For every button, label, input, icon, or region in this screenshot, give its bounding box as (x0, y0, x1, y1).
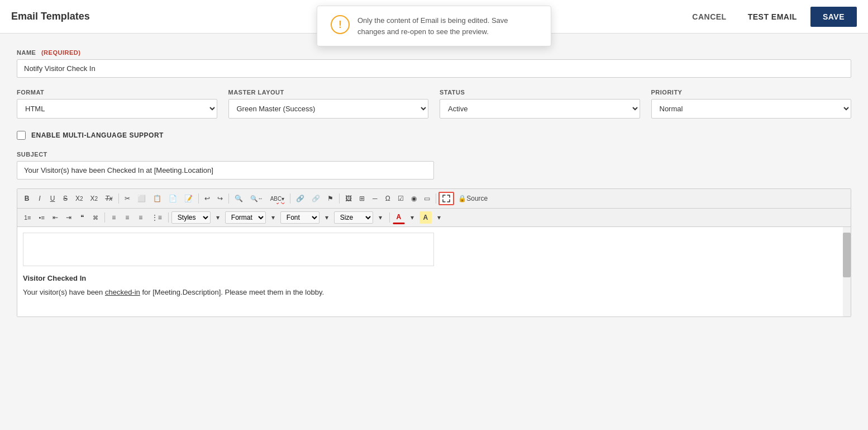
editor-body: Visitor Checked In Your visitor(s) have … (17, 227, 851, 316)
clear-format-button[interactable]: Tx (102, 192, 116, 205)
multilang-checkbox[interactable] (17, 131, 26, 140)
notification-banner: ! Only the content of Email is being edi… (317, 6, 551, 46)
master-layout-label: MASTER LAYOUT (228, 89, 429, 96)
font-arrow[interactable]: ▾ (321, 211, 333, 224)
editor-content[interactable]: Visitor Checked In Your visitor(s) have … (23, 273, 845, 299)
toolbar-divider-r2-1 (104, 212, 105, 223)
italic-button[interactable]: I (34, 192, 46, 205)
special-chars-button[interactable]: ⌘ (89, 212, 102, 223)
copy-button[interactable]: ⬜ (134, 192, 149, 205)
bold-button[interactable]: B (21, 192, 33, 205)
status-select[interactable]: Active Inactive (440, 99, 640, 119)
priority-select[interactable]: Normal High Low (651, 99, 852, 119)
save-button[interactable]: SAVE (810, 7, 857, 27)
priority-group: PRIORITY Normal High Low (651, 89, 852, 119)
paste-button[interactable]: 📋 (150, 192, 165, 205)
toolbar-divider-2 (198, 193, 199, 204)
font-color-arrow[interactable]: ▾ (406, 211, 418, 224)
table-button[interactable]: ⊞ (356, 192, 368, 205)
warning-icon: ! (331, 15, 350, 34)
master-layout-group: MASTER LAYOUT Green Master (Success) Blu… (228, 89, 429, 119)
toolbar-divider-1 (118, 193, 119, 204)
toolbar-divider-4 (290, 193, 290, 204)
hr-button[interactable]: ─ (369, 192, 381, 205)
status-group: STATUS Active Inactive (440, 89, 640, 119)
source-button[interactable]: 🔒 Source (455, 192, 491, 205)
name-label: NAME (Required) (17, 49, 851, 56)
format-select-toolbar[interactable]: Format (225, 211, 266, 224)
blockquote-button[interactable]: ❝ (76, 211, 88, 224)
image-button[interactable]: 🖼 (342, 192, 355, 205)
size-arrow[interactable]: ▾ (374, 211, 387, 224)
anchor-button[interactable]: ⚑ (324, 192, 337, 205)
unordered-list-button[interactable]: •≡ (36, 212, 48, 223)
superscript-button[interactable]: X2 (87, 192, 102, 205)
ordered-list-button[interactable]: 1≡ (21, 212, 35, 223)
editor-body-text: Your visitor(s) have been checked-in for… (23, 287, 845, 299)
header: Email Templates ! Only the content of Em… (0, 0, 868, 34)
find-button[interactable]: 🔍 (231, 192, 246, 205)
source-label: Source (466, 195, 488, 202)
multilang-row: ENABLE MULTI-LANGUAGE SUPPORT (17, 131, 851, 140)
checkbox-button[interactable]: ☑ (394, 192, 407, 205)
editor-heading: Visitor Checked In (23, 273, 845, 285)
checked-in-link: checked-in (105, 288, 140, 296)
toolbar-divider-r2-2 (168, 212, 169, 223)
bg-color-button[interactable]: A (419, 211, 432, 224)
justify-button[interactable]: ⋮≡ (148, 211, 165, 224)
styles-select[interactable]: Styles (171, 211, 211, 224)
format-arrow[interactable]: ▾ (267, 211, 279, 224)
priority-label: PRIORITY (651, 89, 852, 96)
link-button[interactable]: 🔗 (293, 192, 308, 205)
name-input[interactable] (17, 59, 851, 78)
page-title: Email Templates (11, 11, 90, 22)
editor-toolbar-row1: B I U S X2 X2 Tx ✂ ⬜ 📋 📄 📝 ↩ ↪ 🔍 🔍↔ ABC▾… (17, 189, 851, 209)
paste-word-button[interactable]: 📝 (181, 192, 196, 205)
radio-button[interactable]: ◉ (408, 192, 420, 205)
undo-button[interactable]: ↩ (201, 192, 213, 205)
font-select[interactable]: Font (280, 211, 319, 224)
redo-button[interactable]: ↪ (214, 192, 226, 205)
toolbar-divider-3 (228, 193, 229, 204)
cancel-button[interactable]: CANCEL (684, 8, 734, 26)
fullscreen-button[interactable] (438, 192, 454, 205)
editor-inner-frame (23, 233, 434, 266)
fullscreen-icon (442, 195, 450, 202)
required-indicator: (Required) (41, 49, 80, 56)
spellcheck-button[interactable]: ABC▾ (267, 193, 288, 204)
multilang-label: ENABLE MULTI-LANGUAGE SUPPORT (31, 131, 164, 139)
master-layout-select[interactable]: Green Master (Success) Blue Master Red M… (228, 99, 429, 119)
scrollbar-track[interactable] (843, 227, 851, 316)
toolbar-divider-r2-3 (389, 212, 390, 223)
iframe-button[interactable]: ▭ (421, 192, 433, 205)
test-email-button[interactable]: TEST EMAIL (740, 8, 805, 26)
rich-text-editor: B I U S X2 X2 Tx ✂ ⬜ 📋 📄 📝 ↩ ↪ 🔍 🔍↔ ABC▾… (17, 188, 851, 317)
form-row-4: FORMAT HTML Text MASTER LAYOUT Green Mas… (17, 89, 851, 119)
underline-button[interactable]: U (46, 192, 59, 205)
notification-message: Only the content of Email is being edite… (357, 15, 537, 37)
scrollbar-thumb[interactable] (843, 233, 851, 277)
bg-color-arrow[interactable]: ▾ (433, 211, 445, 224)
indent-button[interactable]: ⇥ (63, 211, 75, 224)
align-center-button[interactable]: ≡ (121, 211, 133, 224)
align-left-button[interactable]: ≡ (108, 211, 120, 224)
format-group: FORMAT HTML Text (17, 89, 217, 119)
name-field-row: NAME (Required) (17, 49, 851, 78)
paste-plain-button[interactable]: 📄 (165, 192, 180, 205)
symbol-button[interactable]: Ω (381, 192, 394, 205)
align-right-button[interactable]: ≡ (135, 211, 147, 224)
editor-toolbar-row2: 1≡ •≡ ⇤ ⇥ ❝ ⌘ ≡ ≡ ≡ ⋮≡ Styles ▾ Format ▾… (17, 209, 851, 227)
cut-button[interactable]: ✂ (121, 192, 133, 205)
styles-arrow[interactable]: ▾ (212, 211, 224, 224)
header-actions: CANCEL TEST EMAIL SAVE (684, 7, 857, 27)
subscript-button[interactable]: X2 (72, 192, 87, 205)
size-select[interactable]: Size (334, 211, 373, 224)
format-select[interactable]: HTML Text (17, 99, 217, 119)
strikethrough-button[interactable]: S (59, 192, 71, 205)
font-color-button[interactable]: A (393, 211, 405, 224)
toolbar-divider-5 (339, 193, 340, 204)
outdent-button[interactable]: ⇤ (49, 211, 61, 224)
subject-input[interactable] (17, 161, 434, 179)
unlink-button[interactable]: 🔗 (308, 192, 323, 205)
find-replace-button[interactable]: 🔍↔ (247, 193, 266, 205)
